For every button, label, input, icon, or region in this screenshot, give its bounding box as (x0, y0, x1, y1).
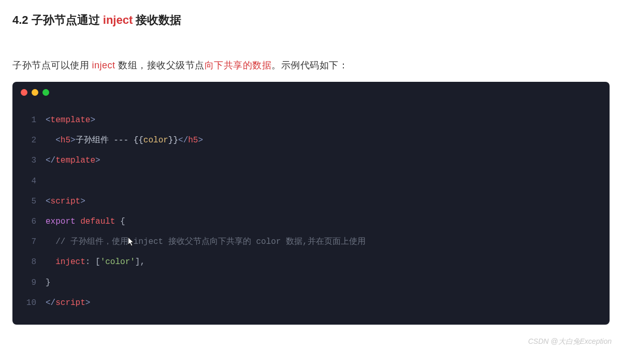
code-line: 3 </template> (12, 151, 610, 171)
line-content: </template> (46, 151, 100, 171)
cursor-icon (127, 237, 135, 247)
line-number: 5 (12, 192, 46, 212)
line-content: <script> (46, 192, 85, 212)
code-line: 6 export default { (12, 212, 610, 232)
line-number: 3 (12, 151, 46, 171)
window-maximize-icon (42, 89, 49, 96)
code-line: 10 </script> (12, 293, 610, 313)
code-line: 5 <script> (12, 192, 610, 212)
line-content: <h5>子孙组件 --- {{color}}</h5> (46, 130, 203, 151)
heading-prefix: 4.2 子孙节点通过 (12, 13, 103, 26)
line-number: 4 (12, 171, 46, 192)
line-content: // 子孙组件，使用 inject 接收父节点向下共享的 color 数据,并在… (46, 232, 366, 252)
window-minimize-icon (32, 89, 38, 96)
code-content: 1 <template> 2 <h5>子孙组件 --- {{color}}</h… (12, 101, 610, 325)
line-content: <template> (46, 110, 95, 130)
desc-part5: 。示例代码如下： (271, 60, 348, 70)
code-line: 2 <h5>子孙组件 --- {{color}}</h5> (12, 130, 610, 151)
code-line: 4 (12, 171, 610, 192)
line-content: export default { (46, 212, 125, 232)
window-controls (12, 82, 610, 101)
line-number: 6 (12, 212, 46, 232)
heading-suffix: 接收数据 (133, 13, 181, 26)
line-number: 7 (12, 232, 46, 252)
line-content: </script> (46, 293, 90, 313)
line-content: inject: ['color'], (46, 252, 145, 272)
line-content: } (46, 273, 51, 293)
line-number: 8 (12, 252, 46, 272)
desc-inject: inject (92, 60, 115, 70)
line-number: 1 (12, 110, 46, 130)
watermark: CSDN @大白兔Exception (0, 337, 622, 351)
code-line: 8 inject: ['color'], (12, 252, 610, 272)
desc-part4: 向下共享的数据 (205, 60, 272, 70)
code-line: 1 <template> (12, 110, 610, 130)
heading-highlight: inject (103, 13, 133, 26)
code-line: 9 } (12, 273, 610, 293)
section-heading: 4.2 子孙节点通过 inject 接收数据 (0, 0, 622, 34)
desc-part1: 子孙节点可以使用 (12, 60, 92, 70)
line-number: 9 (12, 273, 46, 293)
line-number: 10 (12, 293, 46, 313)
description-paragraph: 子孙节点可以使用 inject 数组，接收父级节点向下共享的数据。示例代码如下： (0, 34, 622, 82)
window-close-icon (21, 89, 27, 96)
desc-part3: 数组，接收父级节点 (115, 60, 205, 70)
code-block: 1 <template> 2 <h5>子孙组件 --- {{color}}</h… (12, 82, 610, 325)
line-number: 2 (12, 130, 46, 151)
code-line: 7 // 子孙组件，使用 inject 接收父节点向下共享的 color 数据,… (12, 232, 610, 252)
